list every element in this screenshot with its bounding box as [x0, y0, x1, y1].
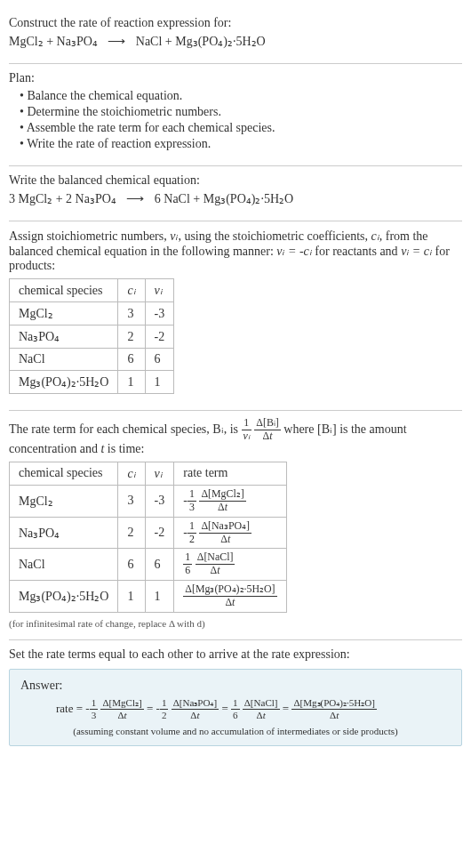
- cell-species: Na₃PO₄: [10, 326, 118, 349]
- generic-rate-frac: Δ[Bᵢ]Δt: [254, 418, 281, 442]
- cell-species: Na₃PO₄: [10, 517, 118, 549]
- plan-item: Balance the chemical equation.: [9, 89, 462, 103]
- col-rate: rate term: [174, 462, 286, 485]
- text: The rate term for each chemical species,…: [9, 422, 242, 436]
- coef-frac: 13: [188, 489, 196, 513]
- coef-frac: 16: [183, 552, 192, 576]
- delta-frac: Δ[NaCl]Δt: [196, 552, 236, 576]
- table-header-row: chemical species cᵢ νᵢ rate term: [10, 462, 287, 485]
- plan-title: Plan:: [9, 71, 462, 85]
- num: Δ[Mg₃(PO₄)₂·5H₂O]: [183, 584, 276, 597]
- arrow-icon: ⟶: [108, 34, 125, 49]
- eq: νᵢ = cᵢ: [401, 245, 432, 258]
- num: 1: [231, 698, 240, 710]
- answer-equation: rate = -13 Δ[MgCl₂]Δt = -12 Δ[Na₃PO₄]Δt …: [20, 698, 451, 720]
- cell-nu: 6: [145, 549, 174, 581]
- num: Δ[MgCl₂]: [199, 489, 245, 502]
- col-c: cᵢ: [118, 279, 145, 302]
- plan-list: Balance the chemical equation. Determine…: [9, 89, 462, 151]
- den: 2: [188, 534, 196, 545]
- col-nu: νᵢ: [145, 462, 174, 485]
- den: 3: [188, 502, 196, 513]
- rate-word: rate =: [56, 702, 85, 715]
- coef-frac: 12: [188, 521, 196, 545]
- eq-rhs: NaCl + Mg₃(PO₄)₂·5H₂O: [136, 35, 266, 48]
- eq: νᵢ = -cᵢ: [276, 245, 312, 258]
- final-title: Set the rate terms equal to each other t…: [9, 647, 462, 662]
- cell-rate: -12 Δ[Na₃PO₄]Δt: [174, 517, 286, 549]
- num: Δ[Na₃PO₄]: [199, 521, 251, 534]
- cell-c: 1: [118, 371, 145, 394]
- table-header-row: chemical species cᵢ νᵢ: [10, 279, 174, 302]
- problem-header: Construct the rate of reaction expressio…: [9, 9, 462, 64]
- delta-frac: Δ[MgCl₂]Δt: [199, 489, 245, 513]
- den: Δt: [199, 534, 251, 545]
- cell-species: Mg₃(PO₄)₂·5H₂O: [10, 581, 118, 613]
- col-species: chemical species: [10, 279, 118, 302]
- num: 1: [160, 698, 169, 710]
- rateterm-table: chemical species cᵢ νᵢ rate term MgCl₂ 3…: [9, 462, 287, 613]
- bal-lhs: 3 MgCl₂ + 2 Na₃PO₄: [9, 192, 116, 205]
- text: , using the stoichiometric coefficients,: [178, 229, 371, 243]
- table-row: Mg₃(PO₄)₂·5H₂O 1 1: [10, 371, 174, 394]
- balanced-section: Write the balanced chemical equation: 3 …: [9, 166, 462, 221]
- balanced-equation: 3 MgCl₂ + 2 Na₃PO₄ ⟶ 6 NaCl + Mg₃(PO₄)₂·…: [9, 191, 462, 206]
- delta-frac: Δ[MgCl₂]Δt: [100, 698, 143, 720]
- cell-nu: -2: [145, 326, 174, 349]
- den: Δt: [183, 597, 276, 608]
- num: 1: [188, 521, 196, 534]
- cell-nu: -3: [145, 302, 174, 326]
- cell-c: 3: [118, 485, 145, 517]
- unbalanced-equation: MgCl₂ + Na₃PO₄ ⟶ NaCl + Mg₃(PO₄)₂·5H₂O: [9, 34, 462, 49]
- cell-nu: 1: [145, 581, 174, 613]
- table-row: NaCl 6 6: [10, 349, 174, 371]
- delta-frac: Δ[Na₃PO₄]Δt: [172, 698, 219, 720]
- final-section: Set the rate terms equal to each other t…: [9, 640, 462, 746]
- stoich-table: chemical species cᵢ νᵢ MgCl₂ 3 -3 Na₃PO₄…: [9, 278, 174, 394]
- table-row: Na₃PO₄ 2 -2 -12 Δ[Na₃PO₄]Δt: [10, 517, 287, 549]
- text: for reactants and: [312, 245, 401, 258]
- cell-rate: Δ[Mg₃(PO₄)₂·5H₂O]Δt: [174, 581, 286, 613]
- plan-section: Plan: Balance the chemical equation. Det…: [9, 64, 462, 166]
- den: Δt: [196, 565, 236, 576]
- rateterm-intro: The rate term for each chemical species,…: [9, 418, 462, 456]
- delta-frac: Δ[Mg₃(PO₄)₂·5H₂O]Δt: [291, 698, 377, 720]
- eq-lhs: MgCl₂ + Na₃PO₄: [9, 35, 98, 48]
- bal-rhs: 6 NaCl + Mg₃(PO₄)₂·5H₂O: [155, 192, 293, 205]
- num: Δ[MgCl₂]: [100, 698, 143, 710]
- answer-note: (assuming constant volume and no accumul…: [20, 726, 451, 736]
- cell-nu: 6: [145, 349, 174, 371]
- text: is time:: [104, 442, 144, 455]
- delta-frac: Δ[Na₃PO₄]Δt: [199, 521, 251, 545]
- rateterm-section: The rate term for each chemical species,…: [9, 411, 462, 640]
- col-c: cᵢ: [118, 462, 145, 485]
- coef-frac: 13: [90, 698, 99, 720]
- num: Δ[Na₃PO₄]: [172, 698, 219, 710]
- table-row: Mg₃(PO₄)₂·5H₂O 1 1 Δ[Mg₃(PO₄)₂·5H₂O]Δt: [10, 581, 287, 613]
- num: Δ[Mg₃(PO₄)₂·5H₂O]: [291, 698, 377, 710]
- cell-species: Mg₃(PO₄)₂·5H₂O: [10, 371, 118, 394]
- ci-symbol: cᵢ: [371, 229, 379, 243]
- table-row: Na₃PO₄ 2 -2: [10, 326, 174, 349]
- cell-rate: -13 Δ[MgCl₂]Δt: [174, 485, 286, 517]
- cell-nu: -3: [145, 485, 174, 517]
- cell-rate: 16 Δ[NaCl]Δt: [174, 549, 286, 581]
- arrow-icon: ⟶: [126, 191, 144, 206]
- table-row: MgCl₂ 3 -3: [10, 302, 174, 326]
- den: 6: [231, 710, 240, 720]
- den: 2: [160, 710, 169, 720]
- den: Δt: [199, 502, 245, 513]
- cell-c: 1: [118, 581, 145, 613]
- num: 1: [188, 489, 196, 502]
- coef-frac: 12: [160, 698, 169, 720]
- cell-c: 6: [118, 349, 145, 371]
- delta-frac: Δ[Mg₃(PO₄)₂·5H₂O]Δt: [183, 584, 276, 608]
- num: Δ[NaCl]: [196, 552, 236, 565]
- balanced-title: Write the balanced chemical equation:: [9, 173, 462, 188]
- cell-species: MgCl₂: [10, 302, 118, 326]
- cell-nu: -2: [145, 517, 174, 549]
- den: Δt: [243, 710, 280, 720]
- den: Δt: [172, 710, 219, 720]
- prompt-text: Construct the rate of reaction expressio…: [9, 16, 462, 30]
- cell-species: NaCl: [10, 349, 118, 371]
